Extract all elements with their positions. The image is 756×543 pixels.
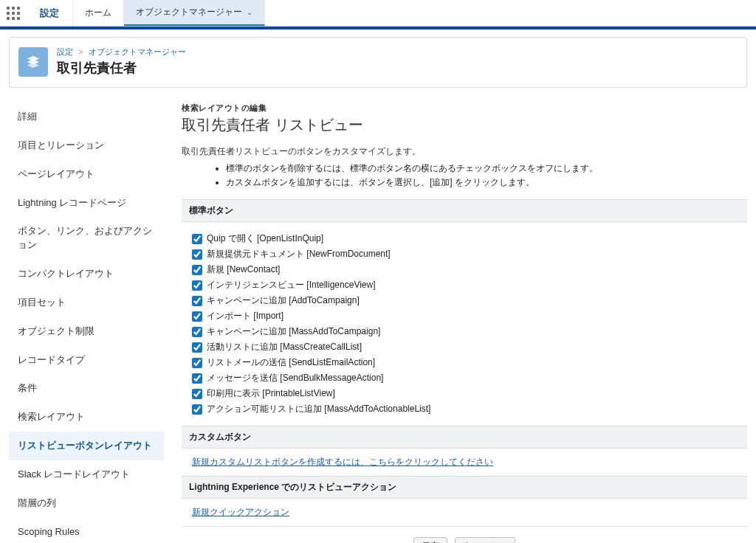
hint-list: 標準のボタンを削除するには、標準のボタン名の横にあるチェックボックスをオフにしま… <box>226 162 747 189</box>
save-button[interactable]: 保存 <box>413 537 447 543</box>
sidebar-item-14[interactable]: Scoping Rules <box>9 518 164 543</box>
sidebar-item-12[interactable]: Slack レコードレイアウト <box>9 460 164 489</box>
standard-button-checkbox-7[interactable] <box>192 342 202 353</box>
setup-label: 設定 <box>27 0 73 26</box>
section-custom-buttons-header: カスタムボタン <box>182 426 747 449</box>
standard-button-checkbox-2[interactable] <box>192 265 202 275</box>
tab-home[interactable]: ホーム <box>73 0 124 26</box>
standard-button-row-9: メッセージを送信 [SendBulkMessageAction] <box>192 372 737 384</box>
sidebar-item-4[interactable]: ボタン、リンク、およびアクション <box>9 217 164 260</box>
standard-button-checkbox-3[interactable] <box>192 280 202 291</box>
sidebar-item-6[interactable]: 項目セット <box>9 288 164 317</box>
sidebar-item-8[interactable]: レコードタイプ <box>9 346 164 375</box>
standard-button-row-0: Quip で開く [OpenListInQuip] <box>192 232 737 245</box>
sidebar-item-2[interactable]: ページレイアウト <box>9 160 164 189</box>
standard-button-label-5: インポート [Import] <box>207 310 284 322</box>
app-launcher-icon[interactable] <box>0 0 27 26</box>
standard-button-checkbox-1[interactable] <box>192 249 202 260</box>
standard-button-label-3: インテリジェンスビュー [IntelligenceView] <box>207 279 376 291</box>
standard-button-label-2: 新規 [NewContact] <box>207 263 280 276</box>
footer-buttons: 保存 キャンセル <box>182 526 747 543</box>
standard-button-checkbox-10[interactable] <box>192 389 202 399</box>
sidebar-item-0[interactable]: 詳細 <box>9 103 164 131</box>
section-lex-actions-header: Lightning Experience でのリストビューアクション <box>182 476 747 499</box>
standard-button-label-0: Quip で開く [OpenListInQuip] <box>207 232 323 245</box>
tab-object-manager-label: オブジェクトマネージャー <box>136 6 242 18</box>
content-pretitle: 検索レイアウトの編集 <box>182 103 747 114</box>
standard-button-checkbox-11[interactable] <box>192 404 202 415</box>
content-description: 取引先責任者リストビューのボタンをカスタマイズします。 <box>182 145 747 158</box>
new-custom-list-button-link[interactable]: 新規カスタムリストボタンを作成するには、こちらをクリックしてください <box>192 457 493 467</box>
section-standard-buttons-header: 標準ボタン <box>182 199 747 222</box>
object-icon <box>18 47 48 77</box>
standard-button-row-10: 印刷用に表示 [PrintableListView] <box>192 387 737 400</box>
main-content: 検索レイアウトの編集 取引先責任者 リストビュー 取引先責任者リストビューのボタ… <box>164 103 747 543</box>
standard-button-row-1: 新規提供元ドキュメント [NewFromDocument] <box>192 248 737 260</box>
standard-button-row-7: 活動リストに追加 [MassCreateCallList] <box>192 341 737 353</box>
sidebar-item-9[interactable]: 条件 <box>9 374 164 403</box>
standard-button-row-3: インテリジェンスビュー [IntelligenceView] <box>192 279 737 291</box>
standard-button-label-9: メッセージを送信 [SendBulkMessageAction] <box>207 372 383 384</box>
standard-button-checkbox-9[interactable] <box>192 373 202 384</box>
standard-button-row-4: キャンペーンに追加 [AddToCampaign] <box>192 294 737 307</box>
sidebar-item-1[interactable]: 項目とリレーション <box>9 131 164 160</box>
sidebar-item-7[interactable]: オブジェクト制限 <box>9 317 164 346</box>
standard-button-label-6: キャンペーンに追加 [MassAddToCampaign] <box>207 325 380 338</box>
section-custom-buttons: 新規カスタムリストボタンを作成するには、こちらをクリックしてください <box>182 449 747 476</box>
standard-button-row-8: リストメールの送信 [SendListEmailAction] <box>192 356 737 369</box>
breadcrumb: 設定 > オブジェクトマネージャー <box>57 46 186 58</box>
standard-button-checkbox-6[interactable] <box>192 327 202 337</box>
standard-button-label-1: 新規提供元ドキュメント [NewFromDocument] <box>207 248 391 260</box>
cancel-button[interactable]: キャンセル <box>455 537 515 543</box>
sidebar-item-3[interactable]: Lightning レコードページ <box>9 189 164 218</box>
sidebar: 詳細項目とリレーションページレイアウトLightning レコードページボタン、… <box>9 103 164 543</box>
breadcrumb-child[interactable]: オブジェクトマネージャー <box>89 47 186 56</box>
global-toolbar: 設定 ホーム オブジェクトマネージャー ⌄ <box>0 0 756 27</box>
standard-button-checkbox-5[interactable] <box>192 311 202 322</box>
sidebar-item-5[interactable]: コンパクトレイアウト <box>9 260 164 288</box>
standard-button-label-7: 活動リストに追加 [MassCreateCallList] <box>207 341 362 353</box>
hint-item-0: 標準のボタンを削除するには、標準のボタン名の横にあるチェックボックスをオフにしま… <box>226 162 747 175</box>
new-quick-action-link[interactable]: 新規クイックアクション <box>192 507 289 517</box>
breadcrumb-root[interactable]: 設定 <box>57 47 73 56</box>
section-lex-actions: 新規クイックアクション <box>182 499 747 526</box>
sidebar-item-13[interactable]: 階層の列 <box>9 489 164 518</box>
content-title: 取引先責任者 リストビュー <box>182 115 747 135</box>
page-title: 取引先責任者 <box>57 59 186 77</box>
tab-home-label: ホーム <box>85 7 111 19</box>
standard-button-row-2: 新規 [NewContact] <box>192 263 737 276</box>
standard-button-checkbox-8[interactable] <box>192 358 202 368</box>
standard-button-row-6: キャンペーンに追加 [MassAddToCampaign] <box>192 325 737 338</box>
sidebar-item-10[interactable]: 検索レイアウト <box>9 403 164 432</box>
hint-item-1: カスタムボタンを追加するには、ボタンを選択し、[追加] をクリックします。 <box>226 176 747 189</box>
standard-button-label-4: キャンペーンに追加 [AddToCampaign] <box>207 294 360 307</box>
tab-object-manager[interactable]: オブジェクトマネージャー ⌄ <box>124 0 265 26</box>
standard-button-row-5: インポート [Import] <box>192 310 737 322</box>
standard-button-checkbox-4[interactable] <box>192 296 202 306</box>
section-standard-buttons: Quip で開く [OpenListInQuip]新規提供元ドキュメント [Ne… <box>182 222 747 426</box>
standard-button-row-11: アクション可能リストに追加 [MassAddToActionableList] <box>192 403 737 415</box>
standard-button-checkbox-0[interactable] <box>192 234 202 244</box>
sidebar-item-11[interactable]: リストビューボタンレイアウト <box>9 432 164 460</box>
standard-button-label-10: 印刷用に表示 [PrintableListView] <box>207 387 335 400</box>
chevron-down-icon: ⌄ <box>247 8 252 16</box>
page-header: 設定 > オブジェクトマネージャー 取引先責任者 <box>9 37 747 88</box>
standard-button-label-8: リストメールの送信 [SendListEmailAction] <box>207 356 375 369</box>
standard-button-label-11: アクション可能リストに追加 [MassAddToActionableList] <box>207 403 430 415</box>
